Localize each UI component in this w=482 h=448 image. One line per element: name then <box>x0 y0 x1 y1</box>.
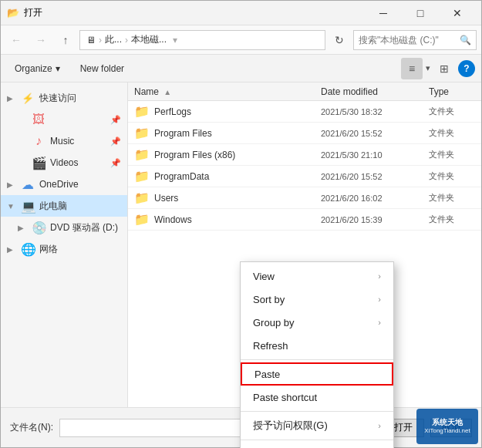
table-row[interactable]: 📁 Users 2021/6/20 16:02 文件夹 <box>128 187 481 209</box>
search-icon: 🔍 <box>460 35 471 45</box>
col-header-date[interactable]: Date modified <box>321 86 429 97</box>
menu-item-access[interactable]: 授予访问权限(G) › <box>241 414 393 437</box>
file-type: 文件夹 <box>429 149 475 160</box>
organize-button[interactable]: Organize ▾ <box>7 58 68 79</box>
sidebar-item-onedrive[interactable]: ▶ ☁ OneDrive <box>1 173 127 195</box>
sidebar-item-pc[interactable]: ▼ 💻 此电脑 <box>1 195 127 217</box>
title-controls: ─ □ ✕ <box>366 1 475 25</box>
menu-item-refresh[interactable]: Refresh <box>241 334 393 357</box>
menu-item-paste[interactable]: Paste <box>241 362 393 386</box>
watermark: 系统天地 XiTongTiandi.net <box>416 409 478 444</box>
menu-label-sort-by: Sort by <box>253 294 285 305</box>
context-menu: View ›Sort by ›Group by ›Refresh Paste P… <box>240 261 394 448</box>
folder-icon: 📁 <box>134 104 150 119</box>
menu-item-new[interactable]: New › <box>241 443 393 448</box>
sidebar-label-videos: Videos <box>50 157 78 168</box>
address-path[interactable]: 🖥 › 此... › 本地磁... ▾ <box>79 30 325 50</box>
folder-icon: 📁 <box>134 126 150 140</box>
menu-arrow-group-by: › <box>378 318 381 327</box>
minimize-button[interactable]: ─ <box>366 1 401 25</box>
expand-arrow-onedrive: ▶ <box>7 180 16 189</box>
pin-icon-videos: 📌 <box>110 158 121 168</box>
folder-icon: 📁 <box>134 190 150 205</box>
dvd-icon: 💿 <box>32 221 46 235</box>
folder-icon: 📁 <box>134 169 150 184</box>
back-button[interactable]: ← <box>5 29 27 51</box>
file-type: 文件夹 <box>429 106 475 117</box>
help-button[interactable]: ? <box>458 60 475 77</box>
sidebar-item-pictures[interactable]: 🖼 📌 <box>1 109 127 130</box>
table-row[interactable]: 📁 ProgramData 2021/6/20 15:52 文件夹 <box>128 166 481 187</box>
forward-button[interactable]: → <box>30 29 52 51</box>
menu-arrow-access: › <box>378 421 381 430</box>
search-input[interactable] <box>359 35 457 45</box>
grid-view-button[interactable]: ⊞ <box>433 58 455 79</box>
file-date: 2021/6/20 15:39 <box>321 215 429 224</box>
path-icon: 🖥 <box>86 35 96 45</box>
help-icon: ? <box>463 63 469 74</box>
expand-arrow-dvd: ▶ <box>18 224 27 232</box>
menu-label-paste: Paste <box>254 369 280 380</box>
menu-item-sort-by[interactable]: Sort by › <box>241 288 393 311</box>
sidebar-label-quick-access: 快速访问 <box>39 92 76 105</box>
pin-icon-pictures: 📌 <box>110 115 121 125</box>
menu-divider-2 <box>241 411 393 412</box>
file-type: 文件夹 <box>429 127 475 139</box>
toolbar: Organize ▾ New folder ≡ ▾ ⊞ ? <box>1 55 481 83</box>
file-date: 2021/5/30 21:10 <box>321 150 429 160</box>
list-view-button[interactable]: ≡ <box>401 58 423 79</box>
file-type: 文件夹 <box>429 214 475 225</box>
table-row[interactable]: 📁 Windows 2021/6/20 15:39 文件夹 <box>128 209 481 231</box>
view-dropdown-arrow[interactable]: ▾ <box>426 63 430 73</box>
sidebar-label-onedrive: OneDrive <box>39 179 79 190</box>
table-row[interactable]: 📁 Program Files (x86) 2021/5/30 21:10 文件… <box>128 144 481 166</box>
music-icon: ♪ <box>32 134 46 148</box>
refresh-button[interactable]: ↻ <box>329 29 350 51</box>
file-type: 文件夹 <box>429 192 475 204</box>
menu-item-group-by[interactable]: Group by › <box>241 311 393 334</box>
close-button[interactable]: ✕ <box>440 1 475 25</box>
menu-label-access: 授予访问权限(G) <box>253 419 328 433</box>
menu-item-view[interactable]: View › <box>241 264 393 288</box>
file-date: 2021/6/20 16:02 <box>321 194 429 203</box>
search-box: 🔍 <box>353 30 477 50</box>
menu-divider <box>241 359 393 360</box>
menu-item-paste-shortcut[interactable]: Paste shortcut <box>241 386 393 409</box>
table-row[interactable]: 📁 Program Files 2021/6/20 15:52 文件夹 <box>128 123 481 144</box>
sidebar-item-videos[interactable]: 🎬 Videos 📌 <box>1 152 127 173</box>
watermark-line1: 系统天地 <box>432 417 463 427</box>
new-folder-button[interactable]: New folder <box>72 58 132 79</box>
path-part-1: 此... <box>105 33 122 46</box>
sidebar-item-dvd[interactable]: ▶ 💿 DVD 驱动器 (D:) <box>1 217 127 238</box>
sidebar-item-music[interactable]: ♪ Music 📌 <box>1 130 127 152</box>
sidebar-label-pc: 此电脑 <box>39 200 67 213</box>
address-bar: ← → ↑ 🖥 › 此... › 本地磁... ▾ ↻ 🔍 <box>1 25 481 55</box>
up-button[interactable]: ↑ <box>55 29 76 51</box>
organize-label: Organize <box>15 63 52 74</box>
pictures-icon: 🖼 <box>32 113 46 126</box>
menu-arrow-sort-by: › <box>378 295 381 304</box>
file-name: Program Files <box>154 128 321 139</box>
sidebar-label-dvd: DVD 驱动器 (D:) <box>50 221 118 234</box>
file-name: Users <box>154 193 321 204</box>
sidebar-item-quick-access[interactable]: ▶ ⚡ 快速访问 <box>1 87 127 109</box>
file-type: 文件夹 <box>429 170 475 182</box>
folder-icon: 📁 <box>134 212 150 227</box>
file-rows-container: 📁 PerfLogs 2021/5/30 18:32 文件夹 📁 Program… <box>128 101 481 231</box>
organize-arrow: ▾ <box>56 63 60 74</box>
sidebar-item-network[interactable]: ▶ 🌐 网络 <box>1 238 127 260</box>
folder-icon: 📁 <box>134 147 150 162</box>
file-date: 2021/6/20 15:52 <box>321 129 429 138</box>
maximize-button[interactable]: □ <box>403 1 438 25</box>
col-header-name[interactable]: Name ▲ <box>134 86 321 97</box>
sort-arrow-icon: ▲ <box>163 88 171 96</box>
menu-label-group-by: Group by <box>253 317 294 328</box>
menu-label-paste-shortcut: Paste shortcut <box>253 392 317 403</box>
pin-icon-music: 📌 <box>110 136 121 147</box>
window-icon: 📂 <box>7 7 19 19</box>
sidebar-label-network: 网络 <box>39 243 58 256</box>
col-header-type[interactable]: Type <box>429 86 475 97</box>
table-row[interactable]: 📁 PerfLogs 2021/5/30 18:32 文件夹 <box>128 101 481 123</box>
title-bar: 📂 打开 ─ □ ✕ <box>1 1 481 25</box>
sidebar-label-music: Music <box>50 136 74 147</box>
